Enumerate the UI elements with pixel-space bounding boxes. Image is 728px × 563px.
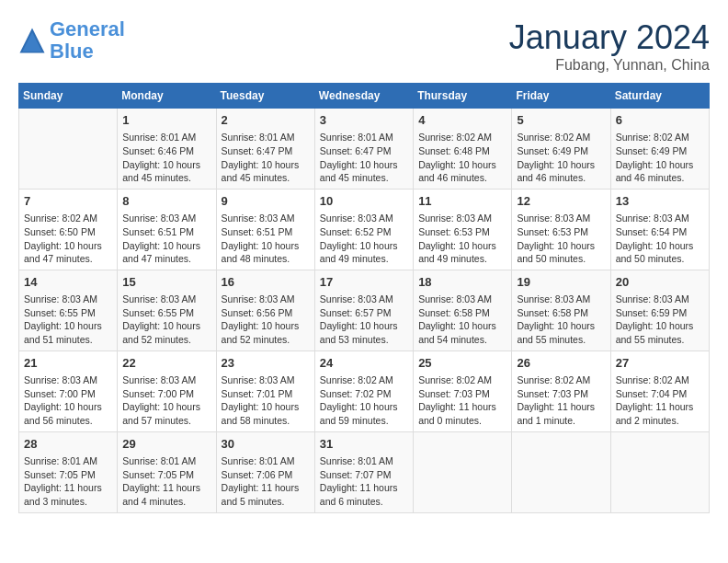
col-header-friday: Friday: [512, 84, 610, 109]
day-number: 14: [24, 274, 112, 291]
calendar-body: 1Sunrise: 8:01 AM Sunset: 6:46 PM Daylig…: [19, 109, 710, 513]
day-number: 1: [122, 112, 210, 129]
calendar-cell: 3Sunrise: 8:01 AM Sunset: 6:47 PM Daylig…: [314, 109, 413, 190]
logo-icon: [18, 27, 46, 54]
day-info: Sunrise: 8:03 AM Sunset: 6:58 PM Dayligh…: [418, 293, 506, 347]
calendar-cell: 11Sunrise: 8:03 AM Sunset: 6:53 PM Dayli…: [414, 189, 512, 270]
calendar-cell: 25Sunrise: 8:02 AM Sunset: 7:03 PM Dayli…: [414, 350, 512, 431]
calendar-cell: [19, 109, 118, 190]
calendar-cell: 18Sunrise: 8:03 AM Sunset: 6:58 PM Dayli…: [414, 270, 512, 350]
calendar-cell: [512, 431, 610, 512]
day-number: 20: [616, 274, 704, 291]
day-info: Sunrise: 8:03 AM Sunset: 6:59 PM Dayligh…: [616, 293, 704, 347]
week-row-5: 28Sunrise: 8:01 AM Sunset: 7:05 PM Dayli…: [19, 431, 710, 512]
day-number: 2: [222, 112, 310, 129]
day-number: 26: [517, 355, 605, 372]
day-info: Sunrise: 8:03 AM Sunset: 6:54 PM Dayligh…: [616, 212, 704, 266]
calendar-cell: 17Sunrise: 8:03 AM Sunset: 6:57 PM Dayli…: [314, 270, 413, 350]
day-info: Sunrise: 8:03 AM Sunset: 7:01 PM Dayligh…: [222, 373, 310, 428]
day-info: Sunrise: 8:02 AM Sunset: 6:49 PM Dayligh…: [616, 131, 704, 185]
day-info: Sunrise: 8:03 AM Sunset: 6:51 PM Dayligh…: [122, 212, 210, 266]
day-info: Sunrise: 8:01 AM Sunset: 6:46 PM Dayligh…: [122, 131, 210, 185]
week-row-3: 14Sunrise: 8:03 AM Sunset: 6:55 PM Dayli…: [19, 270, 710, 350]
calendar-cell: 10Sunrise: 8:03 AM Sunset: 6:52 PM Dayli…: [314, 189, 413, 270]
calendar-cell: 12Sunrise: 8:03 AM Sunset: 6:53 PM Dayli…: [512, 189, 610, 270]
calendar-cell: 26Sunrise: 8:02 AM Sunset: 7:03 PM Dayli…: [512, 350, 610, 431]
calendar-cell: 29Sunrise: 8:01 AM Sunset: 7:05 PM Dayli…: [118, 431, 216, 512]
day-info: Sunrise: 8:01 AM Sunset: 7:05 PM Dayligh…: [122, 454, 210, 509]
calendar-cell: [414, 431, 512, 512]
calendar-cell: 8Sunrise: 8:03 AM Sunset: 6:51 PM Daylig…: [118, 189, 216, 270]
day-info: Sunrise: 8:03 AM Sunset: 6:57 PM Dayligh…: [320, 293, 408, 347]
calendar-cell: 9Sunrise: 8:03 AM Sunset: 6:51 PM Daylig…: [216, 189, 314, 270]
day-info: Sunrise: 8:03 AM Sunset: 7:00 PM Dayligh…: [24, 373, 112, 428]
day-info: Sunrise: 8:02 AM Sunset: 6:50 PM Dayligh…: [24, 212, 112, 266]
day-info: Sunrise: 8:03 AM Sunset: 6:53 PM Dayligh…: [517, 212, 605, 266]
day-number: 21: [24, 355, 112, 372]
week-row-4: 21Sunrise: 8:03 AM Sunset: 7:00 PM Dayli…: [19, 350, 710, 431]
calendar-cell: 22Sunrise: 8:03 AM Sunset: 7:00 PM Dayli…: [118, 350, 216, 431]
calendar-cell: 23Sunrise: 8:03 AM Sunset: 7:01 PM Dayli…: [216, 350, 314, 431]
day-number: 17: [320, 274, 408, 291]
day-number: 31: [320, 436, 408, 453]
col-header-saturday: Saturday: [610, 84, 709, 109]
day-info: Sunrise: 8:03 AM Sunset: 7:00 PM Dayligh…: [122, 373, 210, 428]
calendar-cell: 30Sunrise: 8:01 AM Sunset: 7:06 PM Dayli…: [216, 431, 314, 512]
day-info: Sunrise: 8:03 AM Sunset: 6:58 PM Dayligh…: [517, 293, 605, 347]
calendar-table: SundayMondayTuesdayWednesdayThursdayFrid…: [18, 83, 710, 513]
day-number: 11: [418, 193, 506, 210]
day-info: Sunrise: 8:02 AM Sunset: 6:48 PM Dayligh…: [418, 131, 506, 185]
day-number: 9: [222, 193, 310, 210]
day-number: 18: [418, 274, 506, 291]
calendar-cell: 20Sunrise: 8:03 AM Sunset: 6:59 PM Dayli…: [610, 270, 709, 350]
day-number: 5: [517, 112, 605, 129]
logo-text: General Blue: [50, 18, 125, 63]
day-number: 4: [418, 112, 506, 129]
col-header-tuesday: Tuesday: [216, 84, 314, 109]
day-number: 12: [517, 193, 605, 210]
day-number: 8: [122, 193, 210, 210]
calendar-cell: 21Sunrise: 8:03 AM Sunset: 7:00 PM Dayli…: [19, 350, 118, 431]
day-number: 30: [222, 436, 310, 453]
day-number: 15: [122, 274, 210, 291]
day-number: 22: [122, 355, 210, 372]
day-info: Sunrise: 8:03 AM Sunset: 6:55 PM Dayligh…: [24, 293, 112, 347]
calendar-cell: 6Sunrise: 8:02 AM Sunset: 6:49 PM Daylig…: [610, 109, 709, 190]
calendar-cell: 15Sunrise: 8:03 AM Sunset: 6:55 PM Dayli…: [118, 270, 216, 350]
calendar-cell: 1Sunrise: 8:01 AM Sunset: 6:46 PM Daylig…: [118, 109, 216, 190]
day-info: Sunrise: 8:03 AM Sunset: 6:51 PM Dayligh…: [222, 212, 310, 266]
day-number: 25: [418, 355, 506, 372]
day-number: 28: [24, 436, 112, 453]
logo: General Blue: [18, 18, 125, 63]
day-info: Sunrise: 8:01 AM Sunset: 6:47 PM Dayligh…: [320, 131, 408, 185]
day-number: 27: [616, 355, 704, 372]
calendar-cell: 7Sunrise: 8:02 AM Sunset: 6:50 PM Daylig…: [19, 189, 118, 270]
day-info: Sunrise: 8:02 AM Sunset: 7:03 PM Dayligh…: [517, 373, 605, 428]
calendar-cell: 19Sunrise: 8:03 AM Sunset: 6:58 PM Dayli…: [512, 270, 610, 350]
day-number: 19: [517, 274, 605, 291]
col-header-thursday: Thursday: [414, 84, 512, 109]
title-block: January 2024 Fubang, Yunnan, China: [509, 18, 710, 74]
day-number: 7: [24, 193, 112, 210]
calendar-cell: 31Sunrise: 8:01 AM Sunset: 7:07 PM Dayli…: [314, 431, 413, 512]
day-number: 16: [222, 274, 310, 291]
col-header-monday: Monday: [118, 84, 216, 109]
week-row-2: 7Sunrise: 8:02 AM Sunset: 6:50 PM Daylig…: [19, 189, 710, 270]
day-info: Sunrise: 8:03 AM Sunset: 6:55 PM Dayligh…: [122, 293, 210, 347]
day-info: Sunrise: 8:03 AM Sunset: 6:53 PM Dayligh…: [418, 212, 506, 266]
calendar-cell: 16Sunrise: 8:03 AM Sunset: 6:56 PM Dayli…: [216, 270, 314, 350]
calendar-cell: 24Sunrise: 8:02 AM Sunset: 7:02 PM Dayli…: [314, 350, 413, 431]
day-info: Sunrise: 8:02 AM Sunset: 7:02 PM Dayligh…: [320, 373, 408, 428]
calendar-cell: [610, 431, 709, 512]
calendar-cell: 28Sunrise: 8:01 AM Sunset: 7:05 PM Dayli…: [19, 431, 118, 512]
day-info: Sunrise: 8:01 AM Sunset: 7:07 PM Dayligh…: [320, 454, 408, 509]
calendar-cell: 27Sunrise: 8:02 AM Sunset: 7:04 PM Dayli…: [610, 350, 709, 431]
day-number: 6: [616, 112, 704, 129]
calendar-cell: 14Sunrise: 8:03 AM Sunset: 6:55 PM Dayli…: [19, 270, 118, 350]
calendar-header-row: SundayMondayTuesdayWednesdayThursdayFrid…: [19, 84, 710, 109]
day-info: Sunrise: 8:02 AM Sunset: 7:04 PM Dayligh…: [616, 373, 704, 428]
month-title: January 2024: [509, 18, 710, 57]
calendar-cell: 2Sunrise: 8:01 AM Sunset: 6:47 PM Daylig…: [216, 109, 314, 190]
day-number: 3: [320, 112, 408, 129]
day-info: Sunrise: 8:03 AM Sunset: 6:56 PM Dayligh…: [222, 293, 310, 347]
